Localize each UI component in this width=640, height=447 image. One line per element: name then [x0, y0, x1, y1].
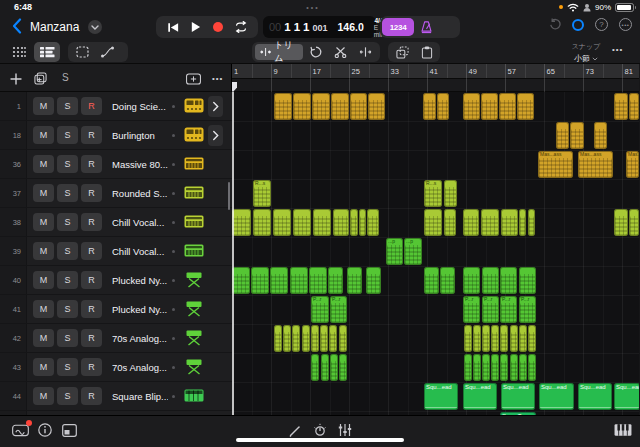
track-row-38[interactable]: 38MSRChill Vocal... [0, 208, 232, 237]
midi-region[interactable] [424, 209, 442, 236]
count-in-button[interactable]: 1234 [382, 18, 414, 36]
midi-region[interactable] [232, 209, 251, 236]
midi-region[interactable] [614, 209, 628, 236]
mute-button[interactable]: M [33, 387, 54, 405]
mute-button[interactable]: M [33, 126, 54, 144]
solo-button[interactable]: S [57, 271, 78, 289]
midi-region[interactable] [293, 209, 311, 236]
tracks-view-button[interactable] [34, 42, 60, 62]
midi-region[interactable] [463, 267, 480, 294]
midi-region[interactable] [274, 93, 292, 120]
solo-button[interactable]: S [57, 126, 78, 144]
loop-tool-button[interactable] [305, 44, 327, 60]
midi-region[interactable] [517, 93, 534, 120]
midi-region[interactable] [556, 122, 569, 149]
midi-region[interactable] [347, 267, 362, 294]
midi-region[interactable] [499, 93, 516, 120]
mute-button[interactable]: M [33, 300, 54, 318]
snap-setting[interactable]: スナップ 小節 [562, 42, 610, 63]
midi-region[interactable] [473, 354, 481, 381]
duplicate-track-button[interactable] [34, 71, 47, 89]
midi-region[interactable]: Squ...ead [539, 383, 574, 410]
midi-region[interactable] [274, 325, 282, 352]
midi-region[interactable] [614, 93, 628, 120]
midi-region[interactable] [339, 354, 347, 381]
solo-button[interactable]: S [57, 387, 78, 405]
lcd-display[interactable]: 001 1 1 001 146.0 4/4 E min [263, 16, 376, 38]
record-enable-button[interactable]: R [81, 126, 102, 144]
midi-region[interactable] [482, 325, 490, 352]
solo-button[interactable]: S [57, 329, 78, 347]
midi-region[interactable] [313, 209, 331, 236]
midi-region[interactable] [424, 267, 439, 294]
copy-button[interactable] [391, 44, 414, 60]
mute-button[interactable]: M [33, 155, 54, 173]
track-row-39[interactable]: 39MSRChill Vocal... [0, 237, 232, 266]
midi-region[interactable]: R...s [253, 180, 271, 207]
midi-region[interactable] [500, 267, 517, 294]
midi-region[interactable] [328, 267, 343, 294]
play-button[interactable] [187, 18, 205, 36]
help-button[interactable]: ? [595, 18, 608, 31]
midi-region[interactable] [312, 93, 330, 120]
midi-region[interactable]: Mas...ass [578, 151, 613, 178]
midi-region[interactable]: Squ...ead [424, 383, 458, 410]
midi-region[interactable] [501, 209, 518, 236]
midi-region[interactable] [519, 354, 527, 381]
mute-button[interactable]: M [33, 97, 54, 115]
midi-region[interactable] [510, 325, 518, 352]
add-track-button[interactable] [10, 71, 22, 89]
track-row-44[interactable]: 44MSRSquare Blip... [0, 382, 232, 411]
midi-region[interactable] [251, 267, 269, 294]
midi-region[interactable] [463, 209, 479, 236]
arrange-area[interactable]: 19172533414957657381 Mas...assMas...assM… [232, 64, 639, 415]
midi-region[interactable]: Squ...ead [501, 383, 535, 410]
midi-region[interactable]: R...s [424, 180, 442, 207]
midi-region[interactable] [331, 93, 349, 120]
midi-region[interactable]: P...r [500, 296, 517, 323]
midi-region[interactable] [366, 267, 381, 294]
midi-region[interactable] [232, 267, 250, 294]
track-row-42[interactable]: 42MSR70s Analog... [0, 324, 232, 353]
midi-region[interactable]: Squ...ead [614, 383, 639, 410]
midi-region[interactable] [368, 93, 385, 120]
midi-region[interactable] [302, 325, 310, 352]
midi-region[interactable]: P...r [519, 296, 536, 323]
midi-region[interactable] [329, 325, 337, 352]
track-row-37[interactable]: 37MSRRounded S... [0, 179, 232, 208]
midi-region[interactable] [359, 209, 366, 236]
midi-region[interactable] [500, 354, 508, 381]
back-button[interactable] [12, 18, 22, 38]
metronome-icon[interactable] [420, 20, 433, 34]
go-to-beginning-button[interactable] [164, 18, 182, 36]
track-row-1[interactable]: 1MSRDoing Scie... [0, 92, 232, 121]
collaboration-status-icon[interactable] [572, 19, 584, 31]
midi-region[interactable] [350, 209, 358, 236]
midi-region[interactable] [444, 180, 457, 207]
midi-region[interactable] [339, 325, 347, 352]
midi-region[interactable] [464, 354, 472, 381]
midi-region[interactable] [333, 209, 349, 236]
toolbar-more-button[interactable]: ••• [612, 45, 623, 54]
midi-region[interactable] [528, 325, 536, 352]
browser-button[interactable] [12, 423, 29, 441]
play-surface-button[interactable] [614, 423, 632, 441]
midi-region[interactable] [350, 93, 367, 120]
track-row-40[interactable]: 40MSRPlucked Ny... [0, 266, 232, 295]
midi-region[interactable] [367, 209, 379, 236]
midi-region[interactable] [290, 267, 308, 294]
midi-region[interactable] [510, 354, 518, 381]
record-enable-button[interactable]: R [81, 358, 102, 376]
midi-region[interactable]: P...r [330, 296, 347, 323]
record-enable-button[interactable]: R [81, 271, 102, 289]
solo-button[interactable]: S [57, 300, 78, 318]
track-list-more-button[interactable]: ••• [212, 74, 223, 83]
record-enable-button[interactable]: R [81, 184, 102, 202]
track-disclosure-button[interactable] [208, 96, 223, 117]
automation-button[interactable] [96, 44, 119, 60]
undo-icon[interactable] [548, 18, 561, 31]
cycle-button[interactable] [232, 18, 250, 36]
track-disclosure-button[interactable] [208, 125, 223, 146]
midi-region[interactable] [482, 354, 490, 381]
midi-region[interactable] [463, 93, 480, 120]
